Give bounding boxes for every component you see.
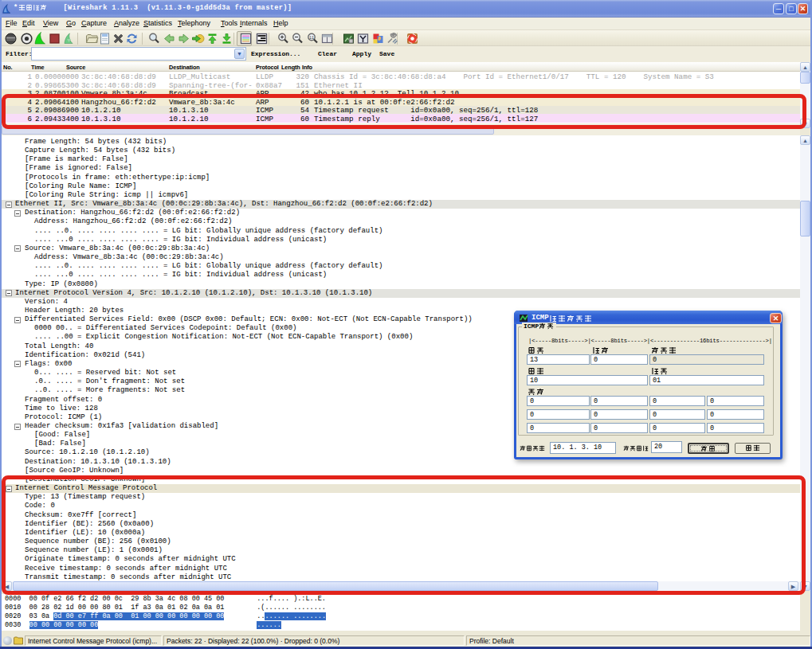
svg-text:11: 11 <box>309 36 314 41</box>
